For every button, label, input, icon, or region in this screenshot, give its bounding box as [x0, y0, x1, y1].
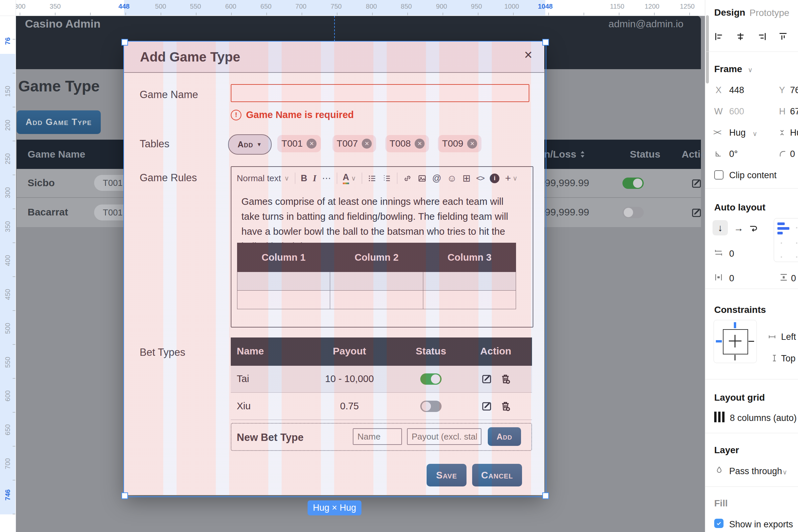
remove-chip-icon[interactable]: ×: [415, 139, 424, 149]
remove-chip-icon[interactable]: ×: [307, 139, 317, 149]
col-status[interactable]: Status: [620, 149, 670, 160]
gap-value[interactable]: 0: [729, 249, 734, 259]
error-icon: !: [231, 110, 241, 120]
caret-down-icon: ▼: [257, 141, 262, 148]
new-bet-add-button[interactable]: Add: [488, 427, 521, 446]
image-icon[interactable]: [418, 174, 426, 183]
ruler-vertical[interactable]: 76 150 200 250 300 350 400 450 500 550 6…: [0, 16, 16, 532]
add-game-type-button[interactable]: Add Game Type: [17, 110, 101, 134]
bet-status-toggle[interactable]: [420, 374, 441, 385]
h-label: H: [779, 107, 786, 117]
tab-prototype[interactable]: Prototype: [749, 8, 790, 18]
insert-more-dropdown[interactable]: +∨: [505, 173, 517, 184]
layout-grid-value[interactable]: 8 columns (auto): [730, 413, 797, 423]
align-left-icon[interactable]: [714, 32, 723, 41]
frame-section-title[interactable]: Frame: [714, 64, 742, 75]
blend-mode-value[interactable]: Pass through: [729, 466, 782, 476]
code-icon[interactable]: <>: [476, 174, 484, 183]
layout-wrap-button[interactable]: [748, 224, 758, 233]
columns-grid-icon: [714, 412, 724, 422]
save-button[interactable]: Save: [426, 464, 467, 487]
fill-section-title: Fill: [714, 498, 727, 509]
auto-layout-section-title[interactable]: Auto layout: [714, 202, 765, 213]
rich-text-editor[interactable]: Normal text∨ B I ⋯ A ∨ @ ☺ ⊞ <>: [231, 166, 533, 327]
snap-guide: [334, 16, 335, 41]
padding-horizontal-icon: [714, 273, 723, 282]
remove-chip-icon[interactable]: ×: [362, 139, 372, 149]
panel-scrollbar[interactable]: [706, 15, 709, 83]
tab-design[interactable]: Design: [714, 7, 745, 18]
edit-icon[interactable]: [481, 400, 492, 412]
rules-table[interactable]: Column 1 Column 2 Column 3: [237, 243, 516, 309]
layout-horizontal-button[interactable]: →: [734, 223, 743, 234]
emoji-icon[interactable]: ☺: [447, 173, 457, 184]
italic-icon[interactable]: I: [313, 173, 317, 184]
table-chip: T007×: [332, 135, 376, 152]
table-icon[interactable]: ⊞: [462, 173, 471, 184]
game-name-input[interactable]: [231, 84, 529, 102]
rotation-value[interactable]: 0°: [729, 149, 738, 159]
padding-horizontal-value[interactable]: 0: [729, 273, 734, 284]
bullet-list-icon[interactable]: [368, 174, 377, 183]
ruler-number: 250: [4, 149, 12, 169]
numbered-list-icon[interactable]: [382, 174, 391, 183]
constraints-widget[interactable]: [714, 320, 757, 363]
alignment-widget[interactable]: [774, 218, 798, 262]
rotation-icon: [714, 150, 723, 158]
status-toggle[interactable]: [623, 177, 644, 189]
user-email[interactable]: admin@admin.io: [608, 18, 684, 30]
remove-chip-icon[interactable]: ×: [467, 139, 477, 149]
rules-table-row[interactable]: [237, 272, 516, 291]
sort-icon[interactable]: [579, 150, 586, 158]
status-toggle[interactable]: [623, 207, 644, 218]
clip-content-label[interactable]: Clip content: [729, 170, 777, 180]
selection-handle[interactable]: [121, 39, 128, 45]
more-icon[interactable]: ⋯: [322, 173, 331, 184]
selection-handle[interactable]: [121, 492, 128, 499]
padding-vertical-value[interactable]: 0: [791, 273, 796, 284]
align-horizontal-center-icon[interactable]: [736, 32, 745, 41]
layout-vertical-button[interactable]: ↓: [712, 220, 728, 235]
edit-icon[interactable]: [691, 177, 702, 189]
horizontal-constraint-value[interactable]: Left: [781, 332, 796, 342]
corner-radius-value[interactable]: 0: [790, 149, 795, 159]
new-bet-payout-input[interactable]: [407, 428, 481, 445]
align-top-icon[interactable]: [778, 32, 788, 41]
selection-handle[interactable]: [542, 492, 549, 499]
clip-content-checkbox[interactable]: [714, 170, 723, 179]
rules-table-row[interactable]: [237, 291, 516, 309]
ruler-horizontal[interactable]: 300 350 448 500 550 600 650 700 750 800 …: [0, 0, 705, 16]
col-game-name[interactable]: Game Name: [27, 149, 85, 160]
new-bet-name-input[interactable]: [353, 428, 402, 445]
constraint-left-pin[interactable]: [716, 340, 722, 342]
mention-icon[interactable]: @: [432, 173, 441, 184]
edit-icon[interactable]: [481, 373, 492, 384]
ruler-number: 550: [4, 353, 12, 373]
bet-status-toggle[interactable]: [420, 401, 441, 412]
text-style-dropdown[interactable]: Normal text∨: [237, 173, 289, 184]
bold-icon[interactable]: B: [301, 173, 307, 184]
show-in-exports-label[interactable]: Show in exports: [729, 519, 793, 530]
close-icon[interactable]: ×: [524, 47, 532, 63]
y-value[interactable]: 76: [790, 85, 798, 95]
link-icon[interactable]: [403, 174, 412, 183]
show-in-exports-checkbox[interactable]: [714, 519, 723, 528]
w-value[interactable]: 600: [729, 107, 744, 117]
ruler-number: 300: [4, 183, 12, 203]
hug-vertical-value[interactable]: Hug: [790, 128, 798, 138]
align-right-icon[interactable]: [757, 32, 767, 41]
tables-add-dropdown[interactable]: Add ▼: [228, 134, 272, 155]
vertical-constraint-value[interactable]: Top: [781, 354, 796, 364]
x-value[interactable]: 448: [729, 85, 744, 95]
selection-handle[interactable]: [542, 39, 549, 45]
hug-horizontal-value[interactable]: Hug: [729, 128, 746, 138]
text-color-dropdown[interactable]: A ∨: [343, 172, 356, 184]
delete-icon[interactable]: [500, 400, 511, 412]
info-icon[interactable]: i: [490, 174, 499, 183]
ruler-number: 200: [4, 115, 12, 135]
delete-icon[interactable]: [500, 373, 511, 384]
constraint-top-pin[interactable]: [734, 322, 736, 328]
edit-icon[interactable]: [691, 207, 702, 218]
h-value[interactable]: 670: [790, 107, 798, 117]
cancel-button[interactable]: Cancel: [472, 464, 522, 487]
